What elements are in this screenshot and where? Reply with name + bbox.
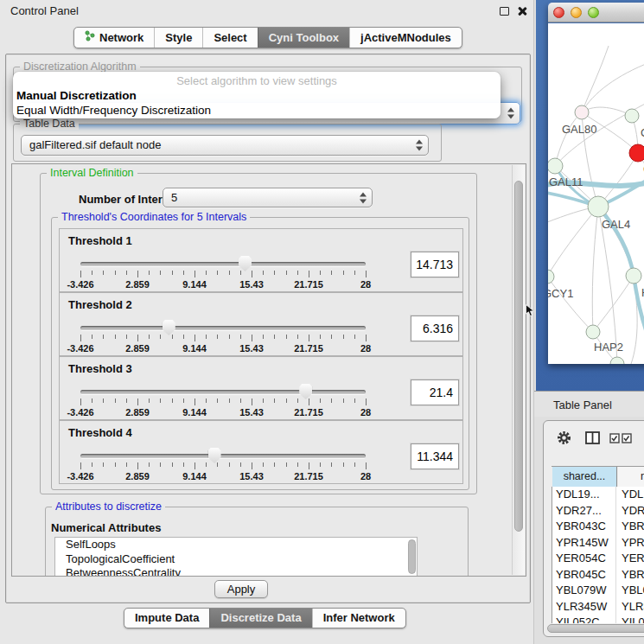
slider-tick (206, 335, 207, 339)
slider-thumb[interactable] (239, 256, 252, 271)
table-hscrollbar-thumb[interactable] (547, 624, 644, 633)
slider-tick-label: 9.144 (172, 471, 217, 481)
attribute-item-selfloops[interactable]: SelfLoops (55, 538, 417, 552)
slider-tick (137, 462, 138, 469)
network-window: GAL80GACGAL11GAL4GCY1HHAP2 (548, 3, 644, 363)
slider-tick (183, 271, 184, 275)
tab-select[interactable]: Select (202, 28, 257, 48)
cell-shared-name: YBR043C (556, 519, 616, 535)
table-row[interactable]: YBR045CYBR0 (552, 567, 644, 583)
table-row[interactable]: YBL079WYBL0 (552, 583, 644, 599)
table-row[interactable]: YDR27...YDR2 (552, 503, 644, 520)
network-node-gal11[interactable] (548, 158, 563, 174)
network-node-c[interactable] (629, 144, 644, 162)
gear-icon[interactable] (556, 430, 572, 446)
settings-scroll-viewport: Interval Definition Number of Intervals … (11, 163, 526, 577)
slider-tick (115, 335, 116, 339)
table-data-group: Table Data galFiltered.sif default node (13, 124, 442, 162)
float-panel-icon[interactable] (500, 7, 509, 16)
network-canvas[interactable]: GAL80GACGAL11GAL4GCY1HHAP2 (548, 23, 644, 364)
mode-tab-discretize-data[interactable]: Discretize Data (209, 609, 311, 628)
network-graph: GAL80GACGAL11GAL4GCY1HHAP2 (548, 23, 644, 364)
slider-tick (274, 462, 275, 467)
close-panel-icon[interactable] (517, 6, 527, 16)
table-row[interactable]: YER054CYER0 (552, 551, 644, 567)
slider-tick (252, 462, 252, 469)
algorithm-option-equal-width-frequency-discretization[interactable]: Equal Width/Frequency Discretization (16, 103, 498, 118)
threshold-value-field[interactable]: 11.344 (411, 443, 459, 469)
numerical-attributes-list[interactable]: SelfLoopsTopologicalCoefficientBetweenne… (54, 537, 418, 577)
slider-thumb[interactable] (299, 384, 312, 399)
cell-name: YER0 (622, 551, 644, 566)
slider-thumb[interactable] (208, 448, 221, 463)
slider-tick (286, 399, 287, 403)
threshold-slider-1[interactable]: -3.4262.8599.14415.4321.71528 (80, 229, 366, 293)
slider-tick (354, 271, 355, 275)
slider-tick-label: 21.715 (286, 343, 331, 354)
apply-button[interactable]: Apply (214, 580, 268, 598)
table-row[interactable]: YLR345WYLR3 (552, 599, 644, 615)
group-title: Table Data (20, 118, 79, 130)
mode-tab-impute-data[interactable]: Impute Data (124, 609, 209, 628)
node-label: GCY1 (548, 287, 573, 300)
settings-scrollbar-thumb[interactable] (514, 181, 523, 532)
table-row[interactable]: YBR043CYBR0 (552, 519, 644, 535)
window-minimize-button[interactable] (571, 7, 582, 18)
select-columns-icon[interactable] (609, 433, 632, 443)
threshold-slider-2[interactable]: -3.4262.8599.14415.4321.71528 (80, 293, 366, 357)
tab-cyni-toolbox[interactable]: Cyni Toolbox (258, 28, 349, 48)
table-row[interactable]: YDL19...YDL1 (552, 487, 644, 503)
table-panel-titlebar: Table Panel (534, 391, 644, 417)
attribute-item-topologicalcoefficient[interactable]: TopologicalCoefficient (55, 552, 417, 567)
algorithm-prompt: Select algorithm to view settings (13, 74, 501, 87)
slider-track[interactable] (80, 326, 366, 330)
slider-tick (354, 462, 355, 467)
slider-tick-label: 2.859 (115, 407, 160, 418)
slider-tick-label: 21.715 (286, 471, 331, 481)
cell-shared-name: YDL19... (556, 487, 616, 503)
tab-network[interactable]: Network (74, 28, 154, 48)
table-row[interactable]: YIL052CYIL0 (552, 615, 644, 623)
mode-tab-infer-network[interactable]: Infer Network (312, 609, 405, 628)
tab-style[interactable]: Style (154, 28, 202, 48)
threshold-slider-4[interactable]: -3.4262.8599.14415.4321.71528 (80, 421, 366, 485)
slider-track[interactable] (80, 262, 366, 266)
table-hscrollbar[interactable] (547, 623, 644, 634)
threshold-value-field[interactable]: 21.4 (411, 379, 459, 405)
table-data-combobox[interactable]: galFiltered.sif default node (21, 135, 429, 156)
slider-tick (160, 335, 161, 339)
attribute-item-betweennesscentrality[interactable]: BetweennessCentrality (55, 566, 417, 577)
tab-jactivemnodules[interactable]: jActiveMNodules (349, 28, 462, 48)
num-intervals-combobox[interactable]: 5 (163, 188, 373, 207)
table-row[interactable]: YPR145WYPR1 (552, 535, 644, 552)
threshold-panel-2: Threshold 2-3.4262.8599.14415.4321.71528… (59, 292, 463, 356)
network-window-titlebar[interactable] (548, 3, 644, 22)
slider-tick (172, 462, 173, 467)
split-columns-icon[interactable] (585, 431, 600, 444)
window-zoom-button[interactable] (588, 7, 599, 18)
slider-tick (126, 335, 127, 339)
slider-track[interactable] (80, 390, 366, 394)
network-node-gal4[interactable] (588, 196, 609, 217)
list-scrollbar-thumb[interactable] (408, 539, 416, 574)
threshold-slider-3[interactable]: -3.4262.8599.14415.4321.71528 (80, 357, 366, 421)
slider-tick (206, 462, 207, 467)
window-close-button[interactable] (553, 7, 564, 18)
network-node-ga[interactable] (625, 109, 639, 123)
node-table-header: shared... n (552, 466, 644, 467)
column-header-shared-name[interactable]: shared... (552, 467, 617, 488)
settings-scrollbar[interactable] (512, 165, 525, 575)
slider-tick (126, 271, 127, 275)
network-node-h[interactable] (626, 268, 641, 284)
network-node-gal80[interactable] (575, 105, 589, 119)
slider-track[interactable] (80, 454, 366, 458)
slider-tick (331, 271, 332, 275)
algorithm-option-manual-discretization[interactable]: Manual Discretization (16, 88, 498, 103)
column-header-name[interactable]: n (618, 467, 644, 488)
slider-thumb[interactable] (163, 320, 175, 335)
threshold-value-field[interactable]: 6.316 (411, 316, 459, 341)
network-node-gcy1[interactable] (548, 270, 554, 284)
network-node-hap2[interactable] (586, 325, 600, 339)
slider-tick (252, 335, 252, 341)
threshold-value-field[interactable]: 14.713 (411, 252, 459, 277)
